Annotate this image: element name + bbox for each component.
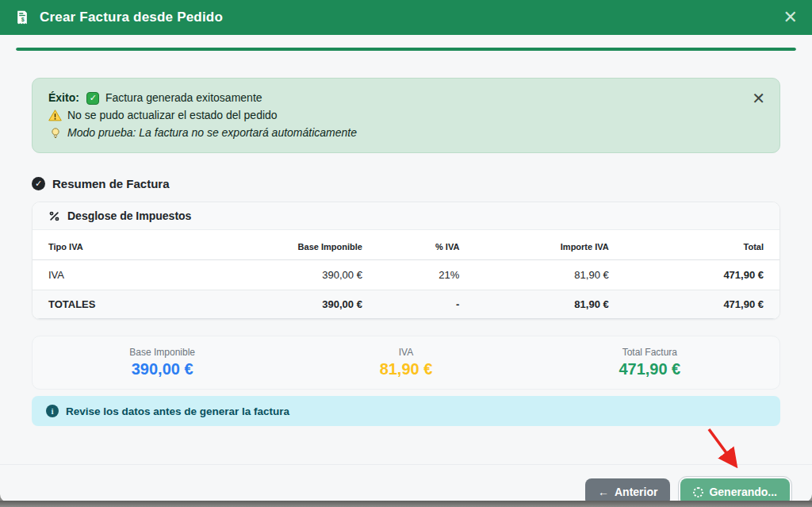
modal-body: Éxito: ✓ Factura generada exitosamente xyxy=(0,51,812,426)
info-banner-text: Revise los datos antes de generar la fac… xyxy=(66,405,289,417)
section-title: Resumen de Factura xyxy=(52,177,170,190)
tax-table-totals-row: TOTALES 390,00 € - 81,90 € 471,90 € xyxy=(33,290,779,319)
invoice-receipt-icon: $ xyxy=(14,10,30,25)
modal-title: Crear Factura desde Pedido xyxy=(40,10,223,25)
previous-button-label: Anterior xyxy=(615,486,657,498)
section-heading: ✓ Resumen de Factura xyxy=(32,177,780,190)
cell-base: 390,00 € xyxy=(182,260,369,290)
cell-importe: 81,90 € xyxy=(465,260,615,290)
modal-header: $ Crear Factura desde Pedido ✕ xyxy=(0,0,812,35)
totals-pct: - xyxy=(369,290,465,319)
summary-value-base: 390,00 € xyxy=(40,360,284,378)
modal-close-icon[interactable]: ✕ xyxy=(783,9,798,26)
lightbulb-icon xyxy=(48,126,62,140)
tax-table: Tipo IVA Base Imponible % IVA Importe IV… xyxy=(33,230,779,319)
summary-value-total: 471,90 € xyxy=(528,360,772,378)
generating-button-label: Generando... xyxy=(709,486,777,498)
totals-importe: 81,90 € xyxy=(465,290,615,319)
alert-line-note: Modo prueba: La factura no se exportará … xyxy=(48,125,741,141)
tax-breakdown-card: Desglose de Impuestos Tipo IVA Base Impo… xyxy=(32,202,780,320)
col-header-importe-iva: Importe IVA xyxy=(465,230,615,260)
spinner-icon xyxy=(693,487,703,497)
summary-total-factura: Total Factura 471,90 € xyxy=(528,347,772,378)
create-invoice-modal: $ Crear Factura desde Pedido ✕ Éxito: ✓ … xyxy=(0,0,812,502)
tax-table-row-iva: IVA 390,00 € 21% 81,90 € 471,90 € xyxy=(33,260,779,290)
review-info-banner: i Revise los datos antes de generar la f… xyxy=(32,396,780,426)
info-icon: i xyxy=(46,405,59,417)
generating-button[interactable]: Generando... xyxy=(680,478,790,502)
alert-success-prefix: Éxito: xyxy=(48,90,79,106)
summary-base-imponible: Base Imponible 390,00 € xyxy=(40,347,284,378)
totals-label: TOTALES xyxy=(33,290,182,319)
tax-table-header-row: Tipo IVA Base Imponible % IVA Importe IV… xyxy=(33,230,779,260)
success-alert: Éxito: ✓ Factura generada exitosamente xyxy=(32,78,780,153)
warning-triangle-icon xyxy=(48,109,62,122)
totals-base: 390,00 € xyxy=(182,290,369,319)
percent-icon xyxy=(48,210,60,222)
totals-total: 471,90 € xyxy=(615,290,779,319)
left-arrow-icon: ← xyxy=(598,486,609,498)
cell-total: 471,90 € xyxy=(615,260,779,290)
tax-card-header: Desglose de Impuestos xyxy=(33,202,779,230)
alert-line-success: Éxito: ✓ Factura generada exitosamente xyxy=(48,90,741,106)
cell-pct: 21% xyxy=(369,260,465,290)
col-header-pct-iva: % IVA xyxy=(369,230,465,260)
summary-iva: IVA 81,90 € xyxy=(284,347,527,378)
alert-line-warning: No se pudo actualizar el estado del pedi… xyxy=(48,107,741,124)
tax-card-title: Desglose de Impuestos xyxy=(67,209,191,222)
svg-text:$: $ xyxy=(21,17,25,23)
summary-label: Total Factura xyxy=(528,347,772,358)
invoice-summary-card: Base Imponible 390,00 € IVA 81,90 € Tota… xyxy=(32,336,780,390)
summary-label: Base Imponible xyxy=(40,347,284,358)
cell-tipo: IVA xyxy=(33,260,182,290)
alert-close-icon[interactable]: ✕ xyxy=(752,90,765,106)
col-header-tipo-iva: Tipo IVA xyxy=(33,230,182,260)
check-square-icon: ✓ xyxy=(86,91,100,105)
alert-success-text: Factura generada exitosamente xyxy=(105,90,262,106)
background-page-edge xyxy=(0,501,812,507)
summary-label: IVA xyxy=(284,347,527,358)
check-circle-icon: ✓ xyxy=(32,177,45,190)
modal-footer: ← Anterior Generando... xyxy=(0,464,812,502)
previous-button[interactable]: ← Anterior xyxy=(585,478,670,502)
alert-warning-text: No se pudo actualizar el estado del pedi… xyxy=(67,107,278,124)
col-header-base-imponible: Base Imponible xyxy=(182,230,369,260)
alert-lines: Éxito: ✓ Factura generada exitosamente xyxy=(48,89,741,142)
summary-value-iva: 81,90 € xyxy=(284,360,527,378)
col-header-total: Total xyxy=(615,230,779,260)
alert-note-text: Modo prueba: La factura no se exportará … xyxy=(67,125,357,141)
